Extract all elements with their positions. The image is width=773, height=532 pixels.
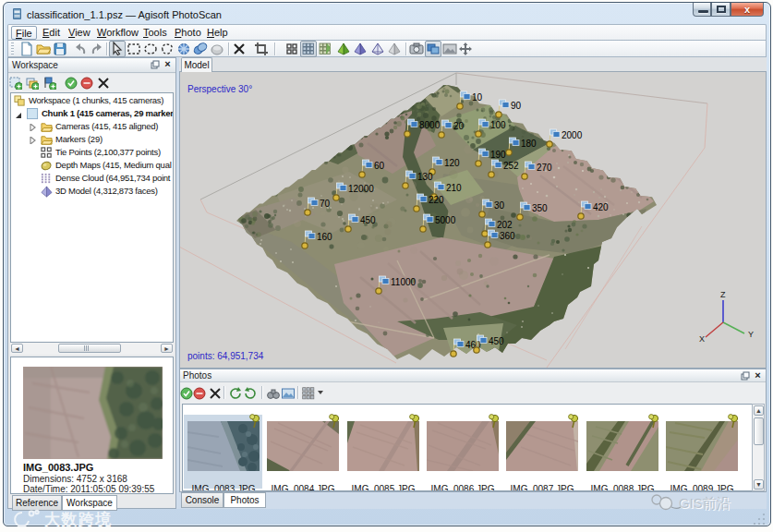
svg-text:90: 90 xyxy=(511,101,522,111)
svg-text:190: 190 xyxy=(490,150,506,160)
svg-text:Z: Z xyxy=(720,290,726,299)
svg-text:450: 450 xyxy=(360,215,376,225)
svg-text:420: 420 xyxy=(593,202,609,212)
svg-text:270: 270 xyxy=(537,163,552,173)
svg-text:X: X xyxy=(699,334,705,344)
svg-text:252: 252 xyxy=(503,161,519,171)
svg-text:12000: 12000 xyxy=(348,184,374,194)
svg-text:20: 20 xyxy=(453,121,465,131)
svg-text:202: 202 xyxy=(497,220,513,230)
svg-text:Y: Y xyxy=(748,330,754,339)
svg-text:11000: 11000 xyxy=(391,277,417,287)
svg-text:10: 10 xyxy=(472,92,483,103)
svg-text:360: 360 xyxy=(500,231,515,241)
svg-text:210: 210 xyxy=(446,183,462,193)
svg-text:5000: 5000 xyxy=(435,215,456,225)
svg-text:30: 30 xyxy=(494,200,505,211)
svg-text:450: 450 xyxy=(489,336,504,346)
svg-text:120: 120 xyxy=(444,158,460,168)
svg-text:2000: 2000 xyxy=(562,130,583,140)
svg-text:350: 350 xyxy=(532,203,548,213)
svg-text:大数跨境: 大数跨境 xyxy=(44,511,113,528)
svg-text:180: 180 xyxy=(521,139,537,149)
svg-text:130: 130 xyxy=(417,172,433,182)
svg-text:GIS前沿: GIS前沿 xyxy=(679,495,731,511)
svg-text:220: 220 xyxy=(429,195,444,205)
svg-text:100: 100 xyxy=(490,120,506,130)
svg-text:70: 70 xyxy=(320,199,331,209)
svg-text:60: 60 xyxy=(374,161,385,171)
svg-text:160: 160 xyxy=(317,232,332,242)
svg-text:8000: 8000 xyxy=(419,120,441,130)
